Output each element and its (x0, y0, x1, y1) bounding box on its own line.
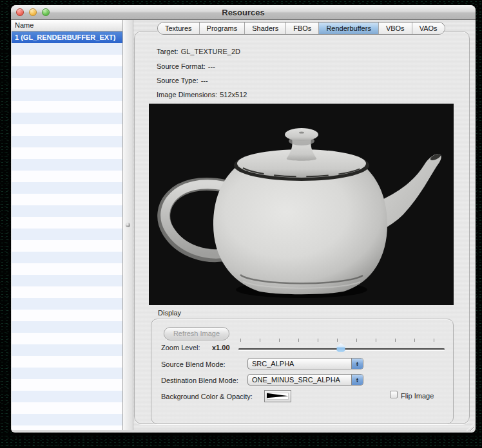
list-row-empty (12, 263, 122, 275)
dest-blend-value: ONE_MINUS_SRC_ALPHA (248, 376, 351, 384)
list-row-empty (12, 356, 122, 368)
list-row-empty (12, 182, 122, 194)
zoom-level-value: x1.00 (212, 344, 230, 351)
list-row-empty (12, 344, 122, 356)
source-type-label: Source Type: (157, 77, 198, 84)
image-dimensions-value: 512x512 (220, 91, 247, 98)
splitter-handle-icon[interactable] (126, 223, 130, 227)
source-blend-popup[interactable]: SRC_ALPHA ▲▼ (247, 358, 363, 369)
source-format-value: --- (208, 62, 215, 70)
color-opacity-swatch-icon (267, 393, 289, 400)
source-type-value: --- (201, 77, 208, 84)
tab-shaders[interactable]: Shaders (245, 23, 286, 34)
list-row-empty (12, 217, 122, 229)
list-row-empty (12, 391, 122, 402)
list-row-empty (12, 333, 122, 344)
popup-arrows-icon: ▲▼ (351, 359, 363, 369)
list-row-empty (12, 159, 122, 171)
popup-arrows-icon: ▲▼ (351, 375, 363, 385)
flip-image-label: Flip Image (401, 392, 434, 400)
name-column-header[interactable]: Name (12, 20, 122, 32)
list-row-empty (12, 89, 122, 101)
background-color-well[interactable] (264, 390, 291, 402)
dest-blend-popup[interactable]: ONE_MINUS_SRC_ALPHA ▲▼ (247, 374, 363, 386)
source-blend-value: SRC_ALPHA (248, 360, 351, 368)
list-row-empty (12, 136, 122, 147)
tab-programs[interactable]: Programs (200, 23, 246, 34)
sidebar-splitter[interactable] (122, 20, 133, 430)
source-format-label: Source Format: (157, 62, 206, 70)
zoom-level-label: Zoom Level: (161, 344, 200, 351)
resource-list (12, 43, 122, 430)
tab-vbos[interactable]: VBOs (379, 23, 412, 34)
flip-image-checkbox[interactable] (390, 391, 398, 398)
list-row-empty (12, 321, 122, 333)
list-row-empty (12, 368, 122, 379)
resources-window: Resources Name 1 (GL_RENDERBUFFER_EXT) T… (11, 5, 476, 433)
list-row-empty (12, 194, 122, 205)
list-row-empty (12, 43, 122, 55)
main-pane: Textures Programs Shaders FBOs Renderbuf… (133, 20, 475, 430)
tab-bar: Textures Programs Shaders FBOs Renderbuf… (157, 22, 445, 35)
list-row-empty (12, 286, 122, 298)
list-row-empty (12, 425, 122, 430)
list-row-empty (12, 229, 122, 240)
tab-fbos[interactable]: FBOs (286, 23, 319, 34)
display-group-box: Refresh Image Zoom Level: x1.00 Source B… (151, 319, 454, 424)
slider-tick-marks (240, 339, 435, 342)
list-row-empty (12, 252, 122, 263)
image-dimensions-info: Image Dimensions:512x512 (157, 91, 247, 98)
list-row-empty (12, 310, 122, 321)
list-row-empty (12, 275, 122, 286)
list-row-empty (12, 414, 122, 425)
target-label: Target: (157, 48, 178, 55)
source-blend-label: Source Blend Mode: (161, 360, 226, 368)
window-title: Resources (11, 8, 476, 17)
title-bar[interactable]: Resources (11, 5, 476, 20)
desktop-background: Resources Name 1 (GL_RENDERBUFFER_EXT) T… (0, 0, 482, 448)
tab-vaos[interactable]: VAOs (412, 23, 445, 34)
utah-teapot-render (149, 104, 454, 305)
list-row-empty (12, 240, 122, 252)
resource-sidebar: Name 1 (GL_RENDERBUFFER_EXT) (12, 20, 122, 430)
list-row-empty (12, 171, 122, 182)
dest-blend-label: Destination Blend Mode: (161, 377, 238, 384)
list-row-empty (12, 124, 122, 136)
list-row-empty (12, 66, 122, 78)
source-type-info: Source Type:--- (157, 77, 208, 84)
background-color-label: Background Color & Opacity: (161, 393, 253, 400)
target-info: Target:GL_TEXTURE_2D (157, 48, 240, 55)
resource-list-item-selected[interactable]: 1 (GL_RENDERBUFFER_EXT) (12, 32, 122, 43)
list-row-empty (12, 402, 122, 414)
list-row-empty (12, 147, 122, 159)
tab-textures[interactable]: Textures (158, 23, 200, 34)
target-value: GL_TEXTURE_2D (181, 48, 240, 55)
list-row-empty (12, 298, 122, 310)
list-row-empty (12, 55, 122, 66)
zoom-slider-thumb[interactable] (336, 343, 345, 352)
list-row-empty (12, 205, 122, 217)
list-row-empty (12, 101, 122, 113)
image-dimensions-label: Image Dimensions: (157, 91, 217, 98)
list-row-empty (12, 113, 122, 124)
refresh-image-button[interactable]: Refresh Image (164, 327, 229, 341)
list-row-empty (12, 379, 122, 391)
list-row-empty (12, 78, 122, 89)
source-format-info: Source Format:--- (157, 62, 215, 70)
texture-preview-image (149, 104, 454, 305)
tab-renderbuffers[interactable]: Renderbuffers (319, 23, 379, 34)
display-group-label: Display (158, 309, 181, 317)
